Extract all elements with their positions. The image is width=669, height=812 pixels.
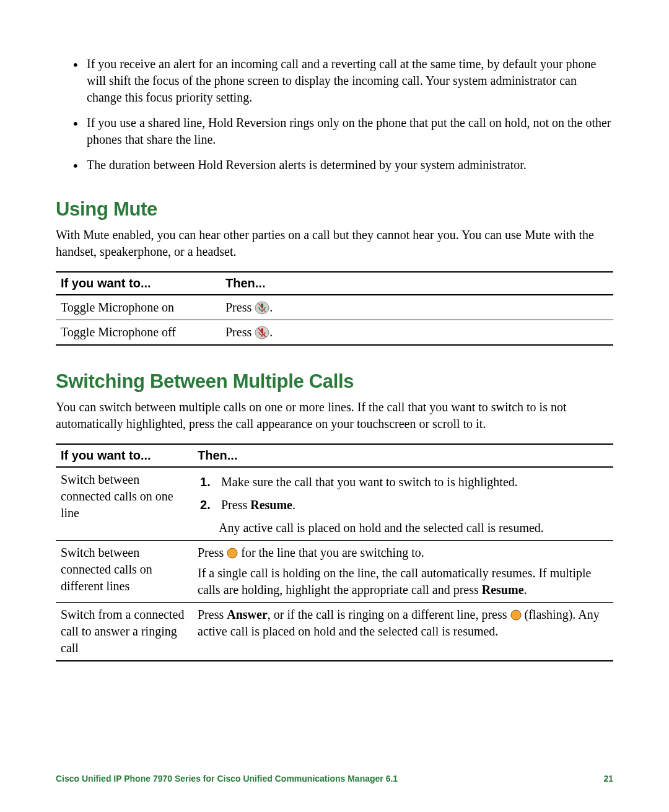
table-cell: Make sure the call that you want to swit… [193,467,613,541]
section-heading-using-mute: Using Mute [56,198,613,220]
page-number: 21 [603,774,613,784]
cell-paragraph: Press for the line that you are switchin… [198,544,608,561]
cell-text: Press [198,546,227,559]
footer-title: Cisco Unified IP Phone 7970 Series for C… [56,774,398,784]
cell-paragraph: If a single call is holding on the line,… [198,565,608,598]
table-header: If you want to... [56,444,193,467]
tip-item: If you receive an alert for an incoming … [87,56,613,106]
table-cell: Press for the line that you are switchin… [193,541,613,603]
page-footer: Cisco Unified IP Phone 7970 Series for C… [56,774,613,784]
cell-text: Press [221,498,250,512]
cell-text: If a single call is holding on the line,… [198,566,591,596]
line-indicator-icon [227,546,238,557]
tips-list: If you receive an alert for an incoming … [56,56,613,173]
svg-point-8 [227,548,237,558]
step-item: Make sure the call that you want to swit… [200,474,608,491]
intro-text: With Mute enabled, you can hear other pa… [56,227,613,260]
step-item: Press Resume. [200,497,608,513]
mic-off-icon [255,301,269,315]
table-header: If you want to... [56,272,221,295]
mute-table: If you want to... Then... Toggle Microph… [56,271,613,346]
cell-text: . [292,498,295,512]
table-cell: Toggle Microphone on [56,295,221,320]
cell-text: Press [198,608,227,621]
switching-table: If you want to... Then... Switch between… [56,443,613,661]
cell-text: , or if the call is ringing on a differe… [268,608,510,621]
page: If you receive an alert for an incoming … [0,0,669,812]
bold-text: Resume [250,498,292,512]
table-cell: Switch from a connected call to answer a… [56,603,193,661]
cell-text: Press [225,325,255,339]
step-sub-text: Any active call is placed on hold and th… [219,520,608,536]
table-cell: Press . [221,295,613,320]
table-header: Then... [193,444,613,467]
section-heading-switching: Switching Between Multiple Calls [56,370,613,393]
table-cell: Switch between connected calls on one li… [56,467,193,541]
cell-text: for the line that you are switching to. [241,546,424,559]
tip-item: The duration between Hold Reversion aler… [87,157,613,173]
line-indicator-icon [510,608,522,619]
step-list: Make sure the call that you want to swit… [198,474,608,513]
svg-point-9 [511,610,521,620]
cell-text: . [269,325,273,339]
table-cell: Press . [221,320,613,346]
cell-text: Press [225,300,255,314]
table-cell: Toggle Microphone off [56,320,221,346]
tip-item: If you use a shared line, Hold Reversion… [87,115,613,148]
cell-text: . [524,583,527,596]
cell-text: . [269,300,273,314]
bold-text: Answer [227,608,268,621]
table-cell: Press Answer, or if the call is ringing … [193,603,613,661]
bold-text: Resume [482,583,524,596]
mic-on-icon [255,326,269,339]
intro-text: You can switch between multiple calls on… [56,399,613,432]
table-header: Then... [221,272,613,295]
table-cell: Switch between connected calls on differ… [56,541,193,603]
